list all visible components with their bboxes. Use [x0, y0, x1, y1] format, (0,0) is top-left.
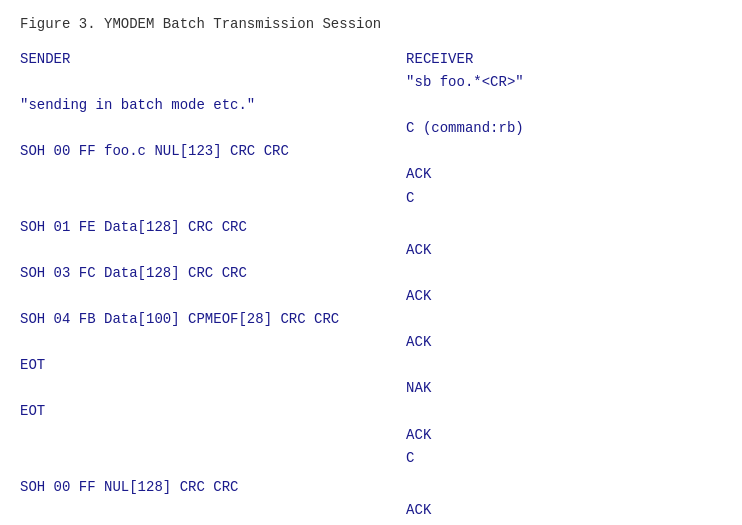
- receiver-4: [406, 140, 722, 163]
- line-6: C: [20, 187, 722, 210]
- transmission-diagram: SENDER RECEIVER "sb foo.*<CR>" "sending …: [20, 48, 722, 522]
- sender-12: [20, 331, 406, 354]
- line-16: ACK: [20, 424, 722, 447]
- line-15: EOT: [20, 400, 722, 423]
- line-14: NAK: [20, 377, 722, 400]
- receiver-7: [406, 216, 722, 239]
- line-11: SOH 04 FB Data[100] CPMEOF[28] CRC CRC: [20, 308, 722, 331]
- sender-17: [20, 447, 406, 470]
- receiver-header: RECEIVER: [406, 48, 722, 71]
- sender-15: EOT: [20, 400, 406, 423]
- sender-19: [20, 499, 406, 522]
- receiver-2: [406, 94, 722, 117]
- sender-7: SOH 01 FE Data[128] CRC CRC: [20, 216, 406, 239]
- line-12: ACK: [20, 331, 722, 354]
- receiver-14: NAK: [406, 377, 722, 400]
- sender-11: SOH 04 FB Data[100] CPMEOF[28] CRC CRC: [20, 308, 406, 331]
- line-10: ACK: [20, 285, 722, 308]
- sender-4: SOH 00 FF foo.c NUL[123] CRC CRC: [20, 140, 406, 163]
- line-9: SOH 03 FC Data[128] CRC CRC: [20, 262, 722, 285]
- line-3: C (command:rb): [20, 117, 722, 140]
- sender-9: SOH 03 FC Data[128] CRC CRC: [20, 262, 406, 285]
- line-7: SOH 01 FE Data[128] CRC CRC: [20, 216, 722, 239]
- sender-3: [20, 117, 406, 140]
- sender-18: SOH 00 FF NUL[128] CRC CRC: [20, 476, 406, 499]
- receiver-8: ACK: [406, 239, 722, 262]
- receiver-17: C: [406, 447, 722, 470]
- receiver-6: C: [406, 187, 722, 210]
- title-text: Figure 3. YMODEM Batch Transmission Sess…: [20, 16, 381, 32]
- receiver-9: [406, 262, 722, 285]
- sender-10: [20, 285, 406, 308]
- line-18: SOH 00 FF NUL[128] CRC CRC: [20, 476, 722, 499]
- receiver-13: [406, 354, 722, 377]
- sender-6: [20, 187, 406, 210]
- receiver-12: ACK: [406, 331, 722, 354]
- line-2: "sending in batch mode etc.": [20, 94, 722, 117]
- receiver-3: C (command:rb): [406, 117, 722, 140]
- line-13: EOT: [20, 354, 722, 377]
- receiver-15: [406, 400, 722, 423]
- sender-header: SENDER: [20, 48, 406, 71]
- sender-2: "sending in batch mode etc.": [20, 94, 406, 117]
- receiver-16: ACK: [406, 424, 722, 447]
- sender-13: EOT: [20, 354, 406, 377]
- figure-title: Figure 3. YMODEM Batch Transmission Sess…: [20, 16, 722, 32]
- sender-16: [20, 424, 406, 447]
- receiver-5: ACK: [406, 163, 722, 186]
- line-8: ACK: [20, 239, 722, 262]
- sender-5: [20, 163, 406, 186]
- line-5: ACK: [20, 163, 722, 186]
- line-1: "sb foo.*<CR>": [20, 71, 722, 94]
- receiver-11: [406, 308, 722, 331]
- line-4: SOH 00 FF foo.c NUL[123] CRC CRC: [20, 140, 722, 163]
- receiver-18: [406, 476, 722, 499]
- receiver-1: "sb foo.*<CR>": [406, 71, 722, 94]
- line-header: SENDER RECEIVER: [20, 48, 722, 71]
- receiver-10: ACK: [406, 285, 722, 308]
- line-17: C: [20, 447, 722, 470]
- line-19: ACK: [20, 499, 722, 522]
- receiver-19: ACK: [406, 499, 722, 522]
- sender-8: [20, 239, 406, 262]
- sender-1: [20, 71, 406, 94]
- sender-14: [20, 377, 406, 400]
